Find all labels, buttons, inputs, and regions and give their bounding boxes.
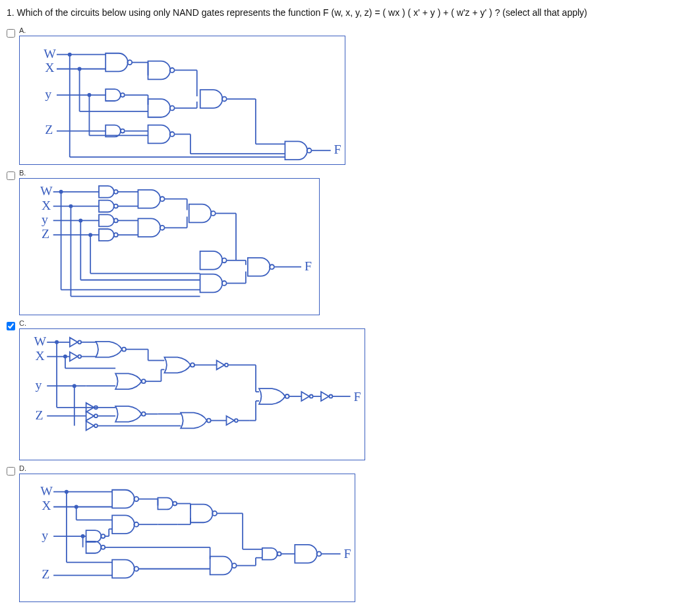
label-x: X [35, 348, 44, 362]
label-z: Z [42, 567, 49, 581]
circuit-diagram-a: W X y Z F [19, 36, 345, 165]
label-f: F [334, 142, 341, 156]
option-c: C. W X y Z F [7, 319, 668, 460]
svg-point-10 [78, 67, 82, 71]
label-w: W [34, 333, 46, 348]
svg-point-41 [78, 218, 82, 222]
label-y: y [42, 212, 48, 226]
option-letter-a: A. [19, 26, 345, 34]
option-d: D. W X y Z F [7, 464, 668, 602]
circuit-diagram-b: W X y Z F [19, 178, 320, 315]
label-w: W [44, 46, 56, 60]
checkbox-a[interactable] [7, 29, 15, 38]
svg-point-72 [63, 354, 67, 358]
option-a: A. W X y Z F [7, 26, 668, 165]
checkbox-c[interactable] [7, 322, 15, 330]
label-w: W [40, 183, 53, 197]
svg-point-39 [59, 189, 63, 193]
checkbox-d[interactable] [7, 467, 15, 476]
label-z: Z [35, 407, 43, 421]
label-z: Z [42, 226, 49, 241]
svg-point-42 [88, 233, 92, 237]
option-letter-c: C. [19, 319, 365, 327]
label-y: y [42, 528, 48, 542]
checkbox-b[interactable] [7, 171, 15, 180]
label-f: F [305, 258, 312, 272]
svg-point-40 [69, 204, 73, 208]
question-text: 1. Which of the circuits below using onl… [7, 7, 668, 20]
svg-point-9 [68, 52, 72, 56]
svg-point-11 [87, 93, 91, 97]
svg-point-73 [73, 384, 76, 388]
svg-point-109 [74, 505, 78, 508]
label-x: X [42, 197, 51, 212]
svg-point-108 [65, 489, 69, 493]
svg-point-110 [81, 534, 85, 538]
svg-point-71 [55, 340, 59, 344]
option-letter-d: D. [19, 464, 355, 472]
label-z: Z [45, 122, 53, 137]
option-b: B. W X y Z F [7, 169, 668, 315]
label-f: F [344, 545, 351, 560]
option-letter-b: B. [19, 169, 320, 177]
circuit-diagram-d: W X y Z F [19, 474, 355, 602]
label-x: X [45, 60, 54, 75]
label-x: X [42, 498, 51, 512]
label-f: F [354, 388, 361, 403]
label-w: W [40, 483, 53, 497]
label-y: y [45, 86, 51, 101]
circuit-diagram-c: W X y Z F [19, 328, 365, 460]
label-y: y [35, 377, 42, 392]
